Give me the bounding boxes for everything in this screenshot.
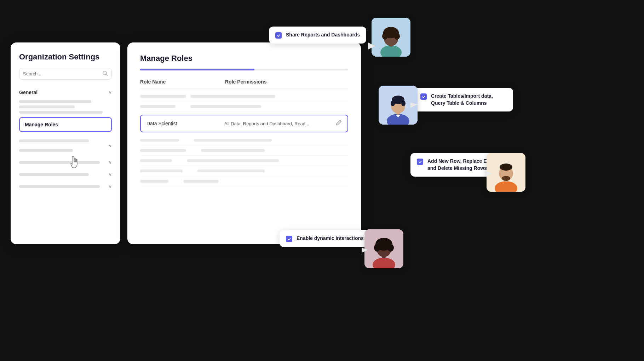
card-dynamic-text: Enable dynamic Interactions [297, 235, 364, 242]
blank-line-6a [140, 170, 183, 172]
edit-icon[interactable] [335, 120, 342, 127]
blank-line-7a [140, 180, 168, 183]
table-row-blank-2 [140, 102, 348, 112]
general-chevron-icon: ∨ [109, 90, 112, 95]
section-row-3[interactable]: ∨ [19, 169, 112, 180]
blank-line-2b [190, 105, 261, 108]
table-row-blank-6 [140, 166, 348, 176]
col-header-role-permissions: Role Permissions [225, 79, 348, 85]
section-line-c [19, 161, 100, 164]
sidebar-panel: Organization Settings General ∨ Manage R… [11, 42, 120, 244]
section-line-b [19, 149, 73, 152]
section-chevron-1: ∨ [109, 143, 112, 148]
section-line-e [19, 185, 100, 188]
sidebar-title: Organization Settings [19, 52, 112, 62]
card-create: Create Tables/Import data, Query Table &… [414, 88, 513, 111]
search-box[interactable] [19, 68, 112, 80]
blank-line-3a [140, 139, 179, 142]
blank-line-3b [194, 139, 272, 142]
blank-line-1a [140, 95, 186, 98]
blank-line-7b [183, 180, 219, 183]
blank-line-1b [190, 95, 275, 98]
svg-point-21 [500, 164, 512, 171]
svg-point-22 [502, 176, 510, 181]
table-row-blank-1 [140, 91, 348, 102]
section-row-1[interactable]: ∨ [19, 136, 112, 156]
search-input[interactable] [23, 71, 102, 76]
table-row-blank-3 [140, 135, 348, 145]
avatar-2 [379, 86, 418, 125]
checkbox-add-row[interactable] [417, 159, 423, 165]
section-row-4[interactable]: ∨ [19, 181, 112, 192]
table-header: Role Name Role Permissions [140, 79, 348, 88]
blank-line-5b [187, 159, 279, 162]
section-row-2[interactable]: ∨ [19, 157, 112, 168]
blank-line-4a [140, 149, 186, 152]
avatar-3 [487, 153, 525, 192]
blank-line-5a [140, 159, 172, 162]
section-chevron-2: ∨ [109, 160, 112, 165]
general-section-header[interactable]: General ∨ [19, 87, 112, 97]
table-row-blank-7 [140, 176, 348, 187]
card-share-text: Share Reports and Dashboards [286, 31, 360, 39]
card-dynamic: Enable dynamic Interactions [280, 230, 370, 247]
avatar-4 [364, 229, 403, 268]
section-chevron-3: ∨ [109, 172, 112, 177]
svg-point-28 [374, 244, 380, 252]
progress-bar [140, 69, 348, 70]
checkbox-share[interactable] [275, 32, 282, 39]
svg-line-1 [106, 74, 108, 76]
blank-line-4b [201, 149, 265, 152]
svg-point-16 [401, 101, 406, 106]
progress-bar-fill [140, 69, 254, 70]
svg-point-15 [391, 101, 395, 106]
table-row-active[interactable]: Data Scientist All Data, Reports and Das… [140, 115, 348, 132]
section-chevron-4: ∨ [109, 184, 112, 189]
main-panel: Manage Roles Role Name Role Permissions … [127, 42, 361, 244]
checkbox-dynamic[interactable] [286, 236, 292, 242]
sidebar-item-line-2 [19, 105, 75, 108]
card-share: Share Reports and Dashboards [269, 27, 366, 44]
manage-roles-item[interactable]: Manage Roles [19, 117, 112, 132]
manage-roles-label: Manage Roles [25, 122, 58, 127]
section-line-d [19, 173, 89, 176]
sidebar-item-line-1 [19, 100, 91, 103]
blank-line-6b [197, 170, 265, 172]
svg-point-8 [394, 33, 400, 40]
sidebar-item-line-3 [19, 111, 103, 114]
col-header-role-name: Role Name [140, 79, 225, 85]
search-icon [102, 70, 108, 77]
main-title: Manage Roles [140, 54, 348, 63]
card-create-text: Create Tables/Import data, Query Table &… [431, 93, 507, 107]
avatar-1 [372, 18, 410, 57]
svg-point-7 [382, 33, 388, 40]
blank-line-2a [140, 105, 176, 108]
table-row-blank-5 [140, 156, 348, 166]
checkbox-create[interactable] [420, 93, 427, 100]
active-role-name: Data Scientist [146, 121, 224, 126]
active-role-permissions: All Data, Reports and Dashboard, Read... [224, 121, 332, 126]
svg-point-29 [387, 244, 394, 252]
section-line-a [19, 139, 89, 142]
general-items [19, 100, 112, 114]
table-row-blank-4 [140, 145, 348, 156]
general-label: General [19, 90, 38, 95]
